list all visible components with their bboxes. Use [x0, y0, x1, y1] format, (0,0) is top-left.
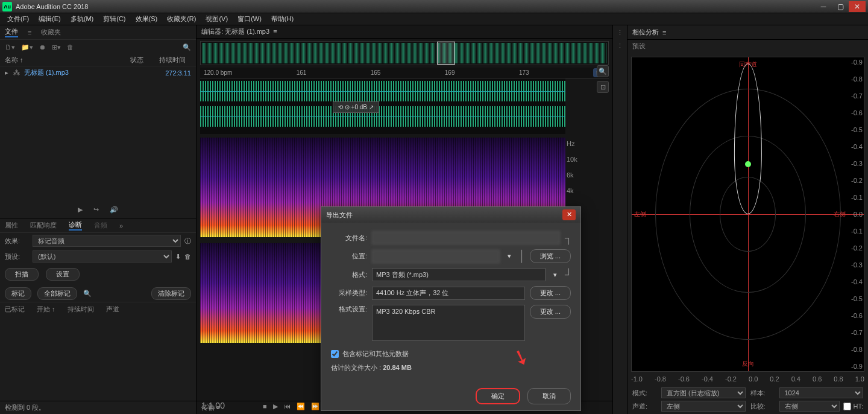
estimate-value: 20.84 MB [383, 364, 412, 371]
change-format-button[interactable]: 更改 ... [530, 305, 571, 319]
files-tab-menu-icon[interactable]: ≡ [28, 29, 31, 36]
sample-select[interactable]: 1024 [779, 387, 864, 398]
menu-bar: 文件(F) 编辑(E) 多轨(M) 剪辑(C) 效果(S) 收藏夹(R) 视图(… [0, 13, 868, 25]
menu-clip[interactable]: 剪辑(C) [98, 13, 130, 25]
menu-help[interactable]: 帮助(H) [266, 13, 298, 25]
format-dropdown-icon[interactable]: ▾ [550, 271, 560, 279]
tab-overflow[interactable]: » [119, 222, 123, 229]
delete-icon[interactable]: 🗑 [67, 43, 74, 51]
col-duration[interactable]: 持续时间 [143, 56, 186, 65]
export-dialog: 导出文件 ✕ 文件名: ┐ 位置: ▾ │ 浏览 ... 格式: MP3 音频 … [321, 206, 581, 411]
menu-multitrack[interactable]: 多轨(M) [66, 13, 99, 25]
change-sample-button[interactable]: 更改 ... [530, 286, 571, 300]
new-file-icon[interactable]: 🗋▾ [5, 43, 15, 51]
estimate-label: 估计的文件大小 : [331, 364, 381, 371]
location-input[interactable] [372, 250, 500, 263]
open-file-icon[interactable]: 📁▾ [21, 43, 33, 51]
view-tool-icon[interactable]: ⊡ [597, 81, 609, 93]
info-icon[interactable]: ⓘ [184, 237, 191, 246]
location-dropdown-icon[interactable]: ▾ [505, 252, 514, 260]
strip-icon-2[interactable]: ⋮ [617, 42, 623, 49]
phase-title: 相位分析 [632, 28, 659, 37]
tab-properties[interactable]: 属性 [5, 221, 18, 230]
gain-hud[interactable]: ⟲ ⊙ +0 dB ↗ [333, 101, 379, 113]
mode-select[interactable]: 直方图 (日志缩放) [661, 387, 746, 398]
settings-button[interactable]: 设置 [46, 268, 80, 281]
file-row[interactable]: ▸ ⁂ 无标题 (1).mp3 272:3.11 [0, 66, 196, 79]
col-status[interactable]: 状态 [101, 56, 143, 65]
col-mdur[interactable]: 持续时间 [68, 305, 94, 314]
expand-icon[interactable]: ▸ [5, 69, 13, 77]
mark-all-button[interactable]: 全部标记 [37, 287, 77, 300]
volume-icon[interactable]: 🔊 [110, 206, 118, 214]
strip-icon-1[interactable]: ⋮ [617, 29, 623, 37]
menu-file[interactable]: 文件(F) [2, 13, 34, 25]
overview-selection[interactable] [437, 42, 455, 65]
play-icon[interactable]: ▶ [273, 403, 278, 410]
tab-files[interactable]: 文件 [5, 27, 18, 37]
mark-button[interactable]: 标记 [5, 287, 31, 300]
loop-icon[interactable]: ↪ [93, 206, 99, 214]
menu-edit[interactable]: 编辑(E) [34, 13, 66, 25]
browse-button[interactable]: 浏览 ... [530, 249, 571, 263]
close-button[interactable]: ✕ [849, 1, 866, 12]
forward-icon[interactable]: ⏩ [311, 403, 319, 410]
phase-scope[interactable]: 同声道 反向 左侧 右侧 -0.9-0.8-0.7-0.6-0.5-0.4-0.… [631, 57, 864, 372]
filename-input[interactable] [372, 231, 560, 244]
format-settings-display: MP3 320 Kbps CBR [372, 305, 525, 341]
tab-loudness[interactable]: 匹配响度 [30, 221, 57, 230]
ht-checkbox[interactable] [843, 403, 851, 410]
editor-tab[interactable]: 编辑器: 无标题 (1).mp3 ≡ [197, 25, 612, 39]
scan-button[interactable]: 扫描 [5, 268, 39, 281]
rewind-icon[interactable]: ⏪ [297, 403, 305, 410]
editor-side-tools: 🔍 ⊡ [597, 65, 609, 93]
col-name[interactable]: 名称 ↑ [5, 56, 101, 65]
delete-preset-icon[interactable]: 🗑 [184, 253, 191, 260]
dialog-titlebar[interactable]: 导出文件 ✕ [321, 207, 580, 223]
file-name: 无标题 (1).mp3 [24, 68, 149, 77]
search-icon[interactable]: 🔍 [183, 43, 191, 51]
dialog-close-icon[interactable]: ✕ [562, 209, 576, 220]
menu-window[interactable]: 窗口(W) [233, 13, 266, 25]
menu-view[interactable]: 视图(V) [201, 13, 233, 25]
phase-right-label: 右侧 [834, 210, 846, 218]
markers-header: 已标记 开始 ↑ 持续时间 声道 [0, 302, 196, 316]
minimize-button[interactable]: ─ [815, 1, 832, 12]
search-markers-icon[interactable]: 🔍 [83, 290, 92, 298]
overview-waveform[interactable] [200, 41, 609, 65]
col-start[interactable]: 开始 ↑ [37, 305, 55, 314]
zoom-tool-icon[interactable]: 🔍 [597, 65, 609, 77]
channel-select[interactable]: 左侧 [661, 401, 746, 412]
tab-favorites[interactable]: 收藏夹 [41, 28, 61, 37]
multitrack-icon[interactable]: ⊞▾ [52, 43, 61, 51]
save-preset-icon[interactable]: ⬇ [175, 253, 181, 261]
effect-select[interactable]: 标记音频 [33, 235, 181, 247]
menu-effects[interactable]: 效果(S) [131, 13, 163, 25]
waveform-display[interactable]: ⟲ ⊙ +0 dB ↗ dB-∞ dB-∞ L R [200, 78, 565, 134]
phase-top-label: 同声道 [739, 60, 757, 69]
include-metadata-checkbox[interactable] [331, 350, 339, 358]
col-channel[interactable]: 声道 [106, 305, 119, 314]
timeline-ruler[interactable]: 120.0 bpm 161 165 169 173 🎧 [200, 68, 609, 78]
effect-label: 效果: [5, 237, 29, 246]
maximize-button[interactable]: ▢ [832, 1, 849, 12]
tab-diagnostics[interactable]: 诊断 [69, 220, 82, 231]
filename-label: 文件名: [331, 234, 367, 243]
format-select[interactable]: MP3 音频 (*.mp3) [372, 268, 546, 281]
phase-preset-label[interactable]: 预设 [627, 40, 868, 53]
clear-marks-button[interactable]: 清除标记 [151, 287, 191, 300]
stop-icon[interactable]: ■ [263, 403, 267, 410]
tab-audio[interactable]: 音频 [94, 221, 107, 230]
menu-favorites[interactable]: 收藏夹(R) [162, 13, 201, 25]
preset-select[interactable]: (默认) [33, 250, 172, 263]
sample-label: 样本: [750, 389, 775, 398]
skip-back-icon[interactable]: ⏮ [284, 403, 291, 410]
cancel-button[interactable]: 取消 [527, 388, 571, 404]
col-marked[interactable]: 已标记 [5, 305, 25, 314]
compare-select[interactable]: 右侧 [779, 401, 840, 412]
play-icon[interactable]: ▶ [78, 206, 83, 214]
record-icon[interactable]: ⏺ [39, 43, 46, 51]
ok-button[interactable]: 确定 [476, 388, 520, 404]
phase-h-scale: -1.0-0.8-0.6-0.4-0.20.00.20.40.60.81.0 [631, 375, 864, 385]
timecode-display[interactable]: 1:1.00 [201, 401, 225, 410]
